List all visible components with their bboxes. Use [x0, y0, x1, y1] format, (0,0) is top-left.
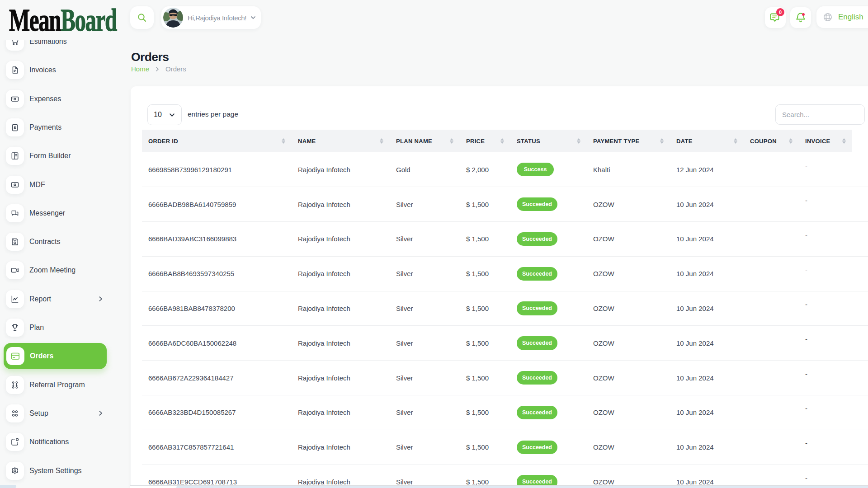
cell-name: Rajodiya Infotech: [292, 256, 390, 291]
cell-payment-type: Khalti: [587, 152, 670, 187]
cell-spacer: [852, 291, 868, 326]
cell-name: Rajodiya Infotech: [292, 222, 390, 257]
scrollbar-thumb[interactable]: [176, 486, 868, 488]
sidebar-item-referral-program[interactable]: Referral Program: [0, 371, 130, 399]
table-row: 6666AB672A229364184427Rajodiya InfotechS…: [142, 361, 868, 395]
cell-price: $ 1,500: [460, 465, 510, 488]
cell-date: 10 Jun 2024: [670, 395, 744, 430]
sidebar-item-invoices[interactable]: Invoices: [0, 56, 130, 84]
cell-order-id: 6666BA981BAB8478378200: [142, 291, 292, 326]
sidebar-scrollbar[interactable]: [0, 485, 16, 488]
cell-name: Rajodiya Infotech: [292, 430, 390, 465]
column-label: ORDER ID: [148, 138, 178, 145]
cell-name: Rajodiya Infotech: [292, 361, 390, 395]
header-search-button[interactable]: [130, 6, 154, 29]
messages-button[interactable]: 0: [765, 7, 786, 28]
cell-order-id: 6666AB672A229364184427: [142, 361, 292, 395]
cell-coupon: [744, 222, 799, 257]
sidebar-item-mdf[interactable]: MDF: [0, 170, 130, 199]
sidebar-item-label: Contracts: [29, 238, 60, 246]
column-header-plan-name[interactable]: PLAN NAME: [390, 130, 460, 152]
orders-table: ORDER IDNAMEPLAN NAMEPRICESTATUSPAYMENT …: [142, 130, 868, 488]
cell-plan-name: Gold: [390, 152, 460, 187]
sort-icon: [660, 138, 664, 144]
sort-icon: [450, 138, 453, 144]
system-settings-icon: [6, 462, 24, 480]
cell-payment-type: OZOW: [587, 326, 670, 361]
sidebar-item-label: Form Builder: [29, 152, 71, 160]
column-header-payment-type[interactable]: PAYMENT TYPE: [587, 130, 670, 152]
column-header-coupon[interactable]: COUPON: [744, 130, 799, 152]
sidebar-item-orders[interactable]: Orders: [4, 343, 107, 369]
cell-plan-name: Silver: [390, 222, 460, 257]
status-badge: Succeeded: [517, 197, 557, 211]
sidebar-item-zoom-meeting[interactable]: Zoom Meeting: [0, 256, 130, 285]
table-row: 6666BAB8B4693597340255Rajodiya InfotechS…: [142, 256, 868, 291]
sidebar-item-expenses[interactable]: Expenses: [0, 84, 130, 113]
cell-order-id: 6666BAB8B4693597340255: [142, 256, 292, 291]
cell-price: $ 1,500: [460, 291, 510, 326]
sidebar-item-notifications[interactable]: Notifications: [0, 428, 130, 456]
sidebar-item-plan[interactable]: Plan: [0, 314, 130, 342]
cell-invoice: -: [799, 291, 852, 326]
cell-price: $ 1,500: [460, 361, 510, 395]
cell-coupon: [744, 291, 799, 326]
cell-invoice: -: [799, 326, 852, 361]
sidebar-divider: [130, 0, 130, 488]
sidebar-item-estimations[interactable]: Estimations: [0, 40, 130, 56]
cell-coupon: [744, 395, 799, 430]
column-header-name[interactable]: NAME: [292, 130, 390, 152]
sidebar-item-label: MDF: [29, 181, 45, 189]
cell-order-id: 6666BADB98BA6140759859: [142, 187, 292, 222]
sidebar-item-report[interactable]: Report: [0, 285, 130, 313]
column-label: DATE: [676, 138, 693, 145]
sort-icon: [380, 138, 383, 144]
sidebar-item-label: Payments: [29, 123, 61, 131]
cell-spacer: [852, 152, 868, 187]
table-row: 6666BA981BAB8478378200Rajodiya InfotechS…: [142, 291, 868, 326]
cell-payment-type: OZOW: [587, 361, 670, 395]
table-row: 6666BADB98BA6140759859Rajodiya InfotechS…: [142, 187, 868, 222]
cell-price: $ 1,500: [460, 187, 510, 222]
status-badge: Succeeded: [517, 371, 557, 385]
language-selector[interactable]: English: [816, 6, 868, 28]
table-search-input[interactable]: [775, 104, 865, 125]
column-label: COUPON: [750, 138, 777, 145]
orders-table-wrap: ORDER IDNAMEPLAN NAMEPRICESTATUSPAYMENT …: [142, 130, 868, 488]
sidebar-item-form-builder[interactable]: Form Builder: [0, 142, 130, 170]
breadcrumb-chevron-icon: [155, 66, 160, 72]
cell-payment-type: OZOW: [587, 222, 670, 257]
sidebar-item-system-settings[interactable]: System Settings: [0, 456, 130, 485]
cell-order-id: 6666AB31E9CCD691708713: [142, 465, 292, 488]
sidebar-item-setup[interactable]: Setup: [0, 399, 130, 427]
column-header-invoice[interactable]: INVOICE: [799, 130, 852, 152]
column-header-price[interactable]: PRICE: [460, 130, 510, 152]
language-label: English: [838, 13, 863, 22]
cell-price: $ 1,500: [460, 256, 510, 291]
column-header-status[interactable]: STATUS: [510, 130, 587, 152]
orders-table-head: ORDER IDNAMEPLAN NAMEPRICESTATUSPAYMENT …: [142, 130, 868, 152]
sidebar-nav: EstimationsInvoicesExpensesPaymentsForm …: [0, 40, 130, 488]
user-menu[interactable]: Hi,Rajodiya Infotech!: [161, 6, 261, 29]
contracts-icon: [6, 233, 24, 251]
report-icon: [6, 290, 24, 308]
cell-date: 10 Jun 2024: [670, 291, 744, 326]
cell-status: Succeeded: [510, 222, 587, 257]
brand-first: Mean: [9, 3, 61, 38]
sidebar-item-messenger[interactable]: Messenger: [0, 199, 130, 227]
notifications-button[interactable]: [790, 7, 811, 28]
sidebar-item-label: Report: [29, 295, 51, 303]
sidebar-item-payments[interactable]: Payments: [0, 113, 130, 141]
column-header-date[interactable]: DATE: [670, 130, 744, 152]
cell-price: $ 1,500: [460, 326, 510, 361]
sidebar-item-contracts[interactable]: Contracts: [0, 228, 130, 256]
cell-date: 10 Jun 2024: [670, 430, 744, 465]
table-horizontal-scrollbar[interactable]: [130, 485, 868, 488]
breadcrumb-home-link[interactable]: Home: [131, 65, 149, 73]
cell-date: 12 Jun 2024: [670, 152, 744, 187]
entries-per-page-select[interactable]: 10: [147, 104, 182, 125]
cell-invoice: -: [799, 222, 852, 257]
sort-icon: [577, 138, 580, 144]
column-header-order-id[interactable]: ORDER ID: [142, 130, 292, 152]
cell-plan-name: Silver: [390, 430, 460, 465]
